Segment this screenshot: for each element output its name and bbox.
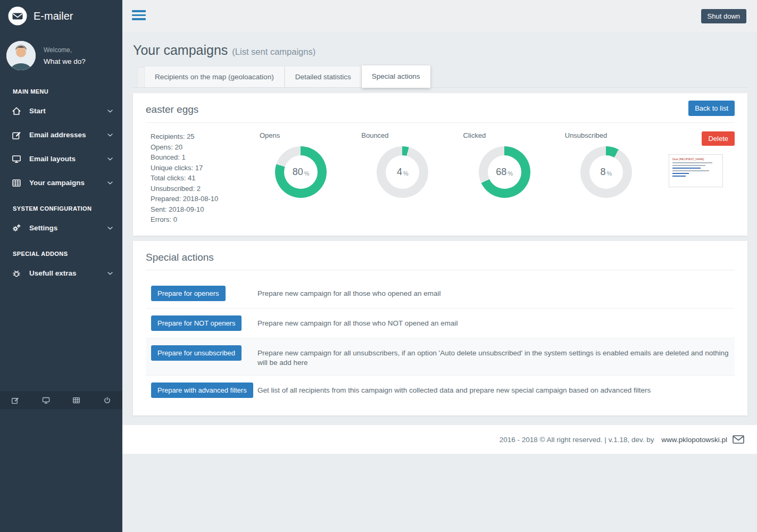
- donut-label: Clicked: [454, 131, 555, 139]
- sidebar-item-label: Start: [29, 107, 46, 115]
- sidebar-item-settings[interactable]: Settings: [0, 216, 122, 240]
- page-subtitle: (List sent campaigns): [232, 47, 315, 57]
- user-profile: Welcome, What we do?: [0, 32, 122, 78]
- chevron-down-icon: [107, 110, 113, 113]
- welcome-line: Welcome,: [44, 46, 86, 54]
- special-actions-card: Special actions Prepare for openers Prep…: [133, 241, 747, 416]
- chevron-down-icon: [107, 181, 113, 185]
- welcome-text: Welcome, What we do?: [44, 46, 86, 65]
- special-action-row: Prepare for unsubscribed Prepare new cam…: [146, 338, 735, 376]
- donut-block-clicked: Clicked 68%: [454, 131, 555, 225]
- stat-unsubscribed: Unsubscribed: 2: [151, 184, 250, 194]
- donut-clicked: 68%: [479, 146, 530, 198]
- special-action-description: Get list of all recipients from this cam…: [257, 383, 729, 396]
- edit-icon[interactable]: [0, 391, 31, 409]
- power-icon[interactable]: [92, 391, 123, 409]
- stat-sent: Sent: 2018-09-10: [151, 204, 250, 215]
- email-preview-thumbnail[interactable]: Dear {RECIPIENT_NAME}: [669, 154, 723, 187]
- hamburger-menu-icon[interactable]: [132, 10, 146, 22]
- thumbnail-text: Dear {RECIPIENT_NAME}: [672, 157, 719, 161]
- stat-opens: Opens: 20: [151, 142, 250, 153]
- brand[interactable]: E-mailer: [0, 0, 122, 32]
- prepare-for-not-openers-button[interactable]: Prepare for NOT openers: [151, 315, 242, 331]
- sidebar-item-label: Email addresses: [29, 131, 86, 139]
- special-actions-title: Special actions: [146, 248, 735, 263]
- chevron-down-icon: [107, 272, 113, 275]
- stat-bounced: Bounced: 1: [151, 152, 250, 163]
- table-icon: [12, 178, 21, 188]
- welcome-question[interactable]: What we do?: [44, 57, 86, 65]
- chevron-down-icon: [107, 227, 113, 230]
- footer: 2016 - 2018 © All right reserved. | v.1.…: [122, 425, 757, 454]
- sidebar: E-mailer Welcome, What we do? MAIN MENU …: [0, 0, 122, 532]
- donut-label: Bounced: [352, 131, 453, 139]
- prepare-with-advanced-filters-button[interactable]: Prepare with advanced filters: [151, 383, 253, 398]
- back-to-list-button[interactable]: Back to list: [688, 101, 735, 116]
- sidebar-item-start[interactable]: Start: [0, 99, 122, 123]
- donut-charts: Opens 80% Bounced 4% Clicked 68%: [250, 131, 657, 225]
- copyright-text: 2016 - 2018 © All right reserved. | v.1.…: [500, 436, 656, 444]
- campaign-name: easter eggs: [146, 101, 198, 115]
- shutdown-button[interactable]: Shut down: [701, 9, 746, 23]
- sidebar-item-label: Usefull extras: [29, 269, 77, 277]
- sidebar-quick-icons: [0, 391, 122, 409]
- monitor-icon[interactable]: [31, 391, 62, 409]
- sidebar-item-label: Your campaigns: [29, 179, 85, 187]
- special-action-description: Prepare new campaign for all unsubscribe…: [257, 345, 729, 369]
- chevron-down-icon: [107, 157, 113, 161]
- home-icon: [12, 106, 21, 116]
- special-action-description: Prepare new campaign for all those who o…: [257, 286, 729, 299]
- section-system-configuration: SYSTEM CONFIGURATION: [0, 195, 122, 216]
- donut-label: Unsubscribed: [555, 131, 657, 139]
- divider: [146, 270, 735, 270]
- stat-errors: Errors: 0: [151, 214, 250, 225]
- donut-label: Opens: [250, 131, 352, 139]
- monitor-icon: [12, 154, 21, 164]
- delete-button[interactable]: Delete: [702, 131, 735, 146]
- sidebar-item-label: Email layouts: [29, 155, 76, 163]
- sidebar-item-email-addresses[interactable]: Email addresses: [0, 123, 122, 147]
- stat-prepared: Prepared: 2018-08-10: [151, 194, 250, 204]
- tab-edge: [137, 67, 144, 87]
- stat-recipients: Recipients: 25: [151, 131, 250, 142]
- donut-bounced: 4%: [377, 146, 428, 198]
- campaign-stats: Recipients: 25 Opens: 20 Bounced: 1 Uniq…: [146, 131, 250, 225]
- sidebar-item-email-layouts[interactable]: Email layouts: [0, 147, 122, 171]
- special-action-row: Prepare for NOT openers Prepare new camp…: [146, 308, 735, 338]
- brand-title: E-mailer: [34, 10, 73, 22]
- donut-opens: 80%: [275, 146, 327, 198]
- special-action-row: Prepare for openers Prepare new campaign…: [146, 279, 735, 308]
- donut-unsubscribed: 8%: [580, 146, 632, 198]
- tab-detailed-statistics[interactable]: Detailed statistics: [285, 66, 362, 87]
- section-special-addons: SPECIAL ADDONS: [0, 240, 122, 261]
- stat-total-clicks: Total clicks: 41: [151, 173, 250, 184]
- topbar: Shut down: [122, 0, 757, 32]
- page-head: Your campaigns (List sent campaigns): [122, 32, 757, 63]
- donut-block-bounced: Bounced 4%: [352, 131, 453, 225]
- special-action-description: Prepare new campaign for all those who N…: [257, 315, 729, 329]
- stat-unique-clicks: Unique clicks: 17: [151, 163, 250, 173]
- table-icon[interactable]: [61, 391, 92, 409]
- developer-link[interactable]: www.pklopotowski.pl: [661, 436, 727, 444]
- brand-envelope-icon: [7, 6, 28, 26]
- campaign-summary-card: easter eggs Back to list Recipients: 25 …: [133, 93, 747, 236]
- tab-strip: Recipients on the map (geoloacation) Det…: [133, 65, 747, 88]
- gear-icon: [12, 223, 21, 233]
- sidebar-item-label: Settings: [29, 224, 57, 232]
- page-title: Your campaigns: [133, 43, 228, 58]
- donut-block-opens: Opens 80%: [250, 131, 352, 225]
- donut-block-unsubscribed: Unsubscribed 8%: [555, 131, 657, 225]
- avatar: [6, 41, 36, 70]
- special-action-row: Prepare with advanced filters Get list o…: [146, 375, 735, 405]
- bug-icon: [12, 269, 21, 278]
- sidebar-item-usefull-extras[interactable]: Usefull extras: [0, 261, 122, 285]
- chevron-down-icon: [107, 134, 113, 137]
- prepare-for-unsubscribed-button[interactable]: Prepare for unsubscribed: [151, 345, 242, 361]
- tab-special-actions[interactable]: Special actions: [362, 65, 430, 88]
- sidebar-item-your-campaigns[interactable]: Your campaigns: [0, 171, 122, 195]
- edit-icon: [12, 130, 21, 140]
- section-main-menu: MAIN MENU: [0, 78, 122, 99]
- prepare-for-openers-button[interactable]: Prepare for openers: [151, 286, 226, 301]
- tab-recipients-map[interactable]: Recipients on the map (geoloacation): [144, 66, 285, 87]
- envelope-icon[interactable]: [733, 435, 744, 444]
